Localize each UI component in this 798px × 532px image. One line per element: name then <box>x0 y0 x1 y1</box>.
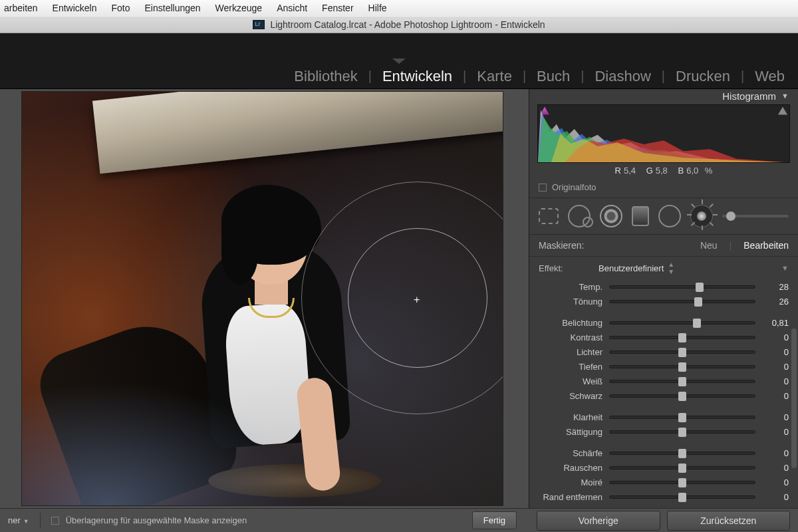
slider-value[interactable]: 0 <box>762 463 789 473</box>
slider-label: Tönung <box>539 297 602 307</box>
original-label: Originalfoto <box>552 182 596 192</box>
slider-row-schrfe: Schärfe0 <box>539 446 789 460</box>
slider-row-kontrast: Kontrast0 <box>539 330 789 344</box>
module-tab-drucken[interactable]: Drucken <box>672 68 734 85</box>
slider-track[interactable] <box>609 321 755 325</box>
slider-knob[interactable] <box>693 319 701 328</box>
effect-value[interactable]: Benutzerdefiniert <box>598 263 664 273</box>
slider-track[interactable] <box>609 300 755 303</box>
done-button[interactable]: Fertig <box>472 511 517 529</box>
slider-knob[interactable] <box>678 377 686 386</box>
panel-collapse-arrow-icon[interactable] <box>392 59 406 64</box>
radial-filter-tool-icon[interactable] <box>658 205 681 227</box>
slider-knob[interactable] <box>678 493 686 502</box>
mask-mode-row: Maskieren: Neu | Bearbeiten <box>529 235 798 256</box>
slider-track[interactable] <box>609 495 755 499</box>
slider-value[interactable]: 0 <box>762 347 789 357</box>
slider-knob[interactable] <box>678 362 686 372</box>
slider-row-sttigung: Sättigung0 <box>539 424 789 439</box>
os-menubar: arbeitenEntwickelnFotoEinstellungenWerkz… <box>0 0 798 16</box>
image-viewer[interactable]: + <box>0 89 529 508</box>
module-tab-buch[interactable]: Buch <box>533 68 574 85</box>
slider-track[interactable] <box>609 285 755 289</box>
slider-value[interactable]: 0,81 <box>762 318 789 328</box>
original-photo-row[interactable]: Originalfoto <box>529 180 798 198</box>
slider-track[interactable] <box>609 350 755 354</box>
slider-knob[interactable] <box>678 333 686 342</box>
os-menu-entwickeln[interactable]: Entwickeln <box>53 3 97 13</box>
effect-preset-row[interactable]: Effekt: Benutzerdefiniert ▲▼ ▼ <box>529 256 798 278</box>
previous-button[interactable]: Vorherige <box>537 511 660 531</box>
collapse-triangle-icon[interactable]: ▼ <box>781 92 789 100</box>
adjustment-brush-tool-icon[interactable] <box>690 205 713 227</box>
os-menu-fenster[interactable]: Fenster <box>322 3 353 13</box>
slider-label: Lichter <box>539 347 602 357</box>
crop-tool-icon[interactable] <box>539 208 559 224</box>
reset-button[interactable]: Zurücksetzen <box>667 511 791 531</box>
radial-filter-center-icon[interactable]: + <box>414 294 420 306</box>
spot-removal-tool-icon[interactable] <box>568 205 591 227</box>
slider-row-moir: Moiré0 <box>539 475 789 489</box>
mask-edit-link[interactable]: Bearbeiten <box>743 240 789 251</box>
effect-stepper-icon[interactable]: ▲▼ <box>668 261 674 275</box>
slider-knob[interactable] <box>678 478 686 487</box>
slider-knob[interactable] <box>678 413 686 422</box>
slider-track[interactable] <box>609 430 755 434</box>
slider-value[interactable]: 0 <box>762 448 789 458</box>
overlay-checkbox[interactable] <box>51 517 59 525</box>
module-tab-diashow[interactable]: Diashow <box>591 68 654 85</box>
slider-row-schwarz: Schwarz0 <box>539 388 789 403</box>
histogram-title: Histogramm <box>722 90 776 102</box>
slider-value[interactable]: 0 <box>762 376 789 386</box>
os-menu-foto[interactable]: Foto <box>112 3 130 13</box>
module-tab-entwickeln[interactable]: Entwickeln <box>378 68 456 85</box>
os-menu-einstellungen[interactable]: Einstellungen <box>145 3 201 13</box>
histogram-panel-header[interactable]: Histogramm ▼ <box>529 89 798 103</box>
slider-knob[interactable] <box>678 392 686 401</box>
module-tab-karte[interactable]: Karte <box>473 68 516 85</box>
slider-track[interactable] <box>609 365 755 368</box>
slider-track[interactable] <box>609 452 755 455</box>
slider-label: Tiefen <box>539 362 602 372</box>
slider-track[interactable] <box>609 466 755 469</box>
redeye-tool-icon[interactable] <box>600 205 622 227</box>
slider-track[interactable] <box>609 380 755 383</box>
slider-value[interactable]: 0 <box>762 362 789 372</box>
slider-value[interactable]: 0 <box>762 391 789 401</box>
slider-value[interactable]: 0 <box>762 412 789 422</box>
module-picker: Bibliothek|Entwickeln|Karte|Buch|Diashow… <box>0 64 798 89</box>
os-menu-werkzeuge[interactable]: Werkzeuge <box>215 3 263 13</box>
slider-value[interactable]: 0 <box>762 427 789 437</box>
effect-disclosure-icon[interactable]: ▼ <box>781 264 789 272</box>
slider-knob[interactable] <box>678 464 686 473</box>
toolbar-dropdown[interactable]: ner▼ <box>8 515 29 525</box>
panel-scrollbar[interactable] <box>791 329 797 468</box>
slider-row-wei: Weiß0 <box>539 374 789 388</box>
slider-value[interactable]: 0 <box>762 477 789 487</box>
slider-track[interactable] <box>609 394 755 398</box>
os-menu-hilfe[interactable]: Hilfe <box>368 3 387 13</box>
slider-track[interactable] <box>609 336 755 339</box>
slider-knob[interactable] <box>678 348 686 357</box>
os-menu-ansicht[interactable]: Ansicht <box>277 3 307 13</box>
slider-knob[interactable] <box>696 283 704 292</box>
slider-value[interactable]: 0 <box>762 332 789 342</box>
slider-track[interactable] <box>609 481 755 484</box>
module-tab-bibliothek[interactable]: Bibliothek <box>290 68 361 85</box>
mask-new-link[interactable]: Neu <box>700 240 718 251</box>
slider-value[interactable]: 0 <box>762 492 789 502</box>
brush-size-slider[interactable] <box>722 215 789 217</box>
os-menu-arbeiten[interactable]: arbeiten <box>4 3 38 13</box>
module-tab-web[interactable]: Web <box>751 68 789 85</box>
slider-value[interactable]: 28 <box>762 282 789 292</box>
graduated-filter-tool-icon[interactable] <box>632 206 649 226</box>
preview-image[interactable]: + <box>21 91 503 506</box>
slider-row-randentfernen: Rand entfernen0 <box>539 489 789 504</box>
slider-value[interactable]: 26 <box>762 297 789 307</box>
histogram-display[interactable] <box>537 104 790 163</box>
original-checkbox[interactable] <box>539 184 547 192</box>
slider-knob[interactable] <box>678 449 686 458</box>
slider-knob[interactable] <box>678 428 686 437</box>
slider-track[interactable] <box>609 416 755 419</box>
slider-knob[interactable] <box>694 297 702 307</box>
